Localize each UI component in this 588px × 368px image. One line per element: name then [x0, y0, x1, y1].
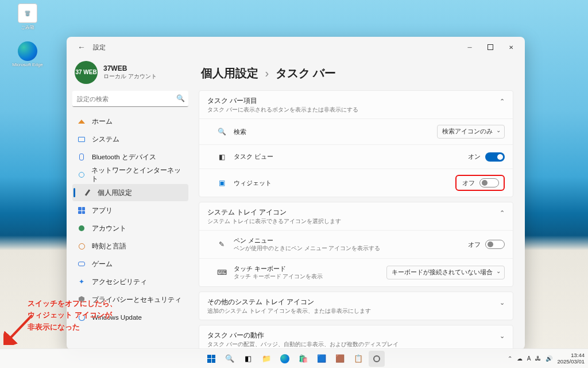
bluetooth-icon [77, 152, 86, 162]
sidebar-item-home[interactable]: ホーム [72, 113, 188, 130]
settings-window: ← 設定 ─ ✕ 37 WEB 37WEB ローカル アカウント 🔍 [67, 37, 525, 350]
sidebar-item-system[interactable]: システム [72, 131, 188, 148]
minimize-button[interactable]: ─ [459, 39, 480, 55]
search-input[interactable] [72, 91, 188, 107]
row-search: 🔍 検索 検索アイコンのみ [199, 118, 513, 144]
section-header[interactable]: タスク バー項目 タスク バーに表示されるボタンを表示または非表示にする ⌃ [199, 91, 513, 118]
taskbar-task-view-button[interactable]: ◧ [240, 351, 256, 367]
taskbar-app-button[interactable]: 🟫 [332, 351, 348, 367]
annotation-line: ウィジェット アイコンが [28, 309, 117, 321]
section-other-tray-icons: その他のシステム トレイ アイコン 追加のシステム トレイ アイコンを表示、また… [199, 292, 513, 320]
sidebar-item-label: アプリ [92, 206, 113, 215]
taskbar-explorer-button[interactable]: 📁 [258, 351, 274, 367]
taskbar-center: 🔍 ◧ 📁 🛍️ 🟦 🟫 📋 [203, 351, 385, 367]
accounts-icon [77, 224, 86, 233]
touch-keyboard-dropdown[interactable]: キーボードが接続されていない場合 [386, 266, 505, 279]
sidebar-item-apps[interactable]: アプリ [72, 202, 188, 219]
sidebar-item-label: ゲーム [92, 260, 113, 269]
network-icon [77, 170, 86, 179]
titlebar[interactable]: ← 設定 ─ ✕ [67, 37, 525, 57]
account-header[interactable]: 37 WEB 37WEB ローカル アカウント [72, 57, 188, 91]
annotation-highlight: オフ [455, 175, 505, 191]
tray-ime-icon[interactable]: A [527, 355, 531, 362]
section-header[interactable]: その他のシステム トレイ アイコン 追加のシステム トレイ アイコンを表示、また… [199, 292, 513, 320]
section-header[interactable]: タスク バーの動作 タスク バーの配置、バッジ、自動的に非表示、および複数のディ… [199, 325, 513, 350]
back-button[interactable]: ← [75, 40, 88, 54]
annotation-line: スイッチをオフにしたら、 [28, 298, 117, 310]
search-mode-dropdown[interactable]: 検索アイコンのみ [437, 125, 505, 139]
taskbar: 🔍 ◧ 📁 🛍️ 🟦 🟫 📋 ⌃ ☁ A 🖧 🔊 13:44 2025/03/0… [0, 348, 588, 368]
section-desc: タスク バーに表示されるボタンを表示または非表示にする [207, 106, 358, 114]
start-button[interactable] [203, 351, 219, 367]
sidebar-item-bluetooth[interactable]: Bluetooth とデバイス [72, 148, 188, 166]
personalization-icon [83, 188, 92, 197]
toggle-state-label: オフ [462, 179, 475, 187]
tray-date: 2025/03/01 [557, 359, 585, 365]
taskbar-store-button[interactable]: 🛍️ [295, 351, 311, 367]
taskbar-settings-button[interactable] [369, 351, 385, 367]
taskbar-search-button[interactable]: 🔍 [222, 351, 238, 367]
section-taskbar-behavior: タスク バーの動作 タスク バーの配置、バッジ、自動的に非表示、および複数のディ… [199, 325, 513, 350]
sidebar-item-network[interactable]: ネットワークとインターネット [72, 166, 188, 183]
taskbar-app-button[interactable]: 🟦 [314, 351, 330, 367]
row-pen-menu: ✎ ペン メニュー ペンが使用中のときにペン メニュー アイコンを表示する オフ [199, 230, 513, 258]
desktop-icon-edge[interactable]: Microsoft Edge [10, 41, 45, 67]
row-desc: タッチ キーボード アイコンを表示 [234, 273, 323, 281]
pen-icon: ✎ [216, 239, 227, 250]
sidebar-item-personalization[interactable]: 個人用設定 [72, 184, 188, 201]
sidebar-item-time-language[interactable]: 時刻と言語 [72, 237, 188, 255]
sidebar-item-label: アカウント [92, 224, 126, 233]
sidebar-item-accounts[interactable]: アカウント [72, 220, 188, 237]
close-button[interactable]: ✕ [501, 39, 521, 55]
chevron-up-icon: ⌃ [500, 208, 505, 217]
tray-clock[interactable]: 13:44 2025/03/01 [557, 352, 585, 365]
section-title: その他のシステム トレイ アイコン [207, 298, 371, 306]
desktop-icon-recycle-bin[interactable]: 🗑️ ごみ箱 [10, 3, 45, 30]
section-desc: 追加のシステム トレイ アイコンを表示、または非表示にします [207, 308, 371, 315]
tray-onedrive-icon[interactable]: ☁ [517, 355, 523, 362]
sidebar-item-label: アクセシビリティ [92, 278, 147, 286]
taskbar-app-button[interactable]: 📋 [350, 351, 366, 367]
widgets-icon: ▣ [216, 178, 227, 188]
system-tray: ⌃ ☁ A 🖧 🔊 13:44 2025/03/01 [508, 352, 585, 365]
sidebar-item-gaming[interactable]: ゲーム [72, 255, 188, 273]
annotation-line: 非表示になった [28, 321, 117, 334]
row-label: ウィジェット [234, 179, 272, 187]
section-header[interactable]: システム トレイ アイコン システム トレイに表示できるアイコンを選択します ⌃ [199, 202, 513, 230]
chevron-up-icon: ⌃ [500, 97, 505, 105]
maximize-button[interactable] [480, 39, 501, 55]
nav: ホーム システム Bluetooth とデバイス ネットワークとインターネット … [72, 113, 188, 326]
chevron-down-icon: ⌄ [500, 298, 505, 306]
toggle-state-label: オン [468, 152, 481, 161]
task-view-toggle[interactable] [485, 152, 505, 162]
row-label: 検索 [234, 128, 246, 136]
breadcrumb-parent[interactable]: 個人用設定 [201, 67, 258, 79]
tray-time: 13:44 [557, 352, 585, 359]
row-task-view: ◧ タスク ビュー オン [199, 144, 513, 168]
row-label: タスク ビュー [234, 152, 273, 161]
tray-network-icon[interactable]: 🖧 [535, 355, 541, 362]
account-sub: ローカル アカウント [103, 72, 157, 80]
taskbar-edge-button[interactable] [277, 351, 293, 367]
section-system-tray-icons: システム トレイ アイコン システム トレイに表示できるアイコンを選択します ⌃… [199, 202, 513, 287]
system-icon [77, 135, 86, 144]
row-label: ペン メニュー [234, 236, 380, 245]
row-label: タッチ キーボード [234, 264, 323, 273]
recycle-bin-icon: 🗑️ [18, 3, 37, 23]
edge-icon [18, 41, 37, 61]
pen-menu-toggle[interactable] [485, 240, 505, 249]
breadcrumb: 個人用設定 › タスク バー [201, 66, 513, 81]
gaming-icon [77, 259, 86, 269]
sidebar-item-label: ホーム [92, 117, 113, 126]
tray-overflow-icon[interactable]: ⌃ [508, 355, 512, 362]
annotation-text: スイッチをオフにしたら、 ウィジェット アイコンが 非表示になった [28, 298, 117, 334]
widgets-toggle[interactable] [479, 178, 499, 187]
apps-icon [77, 206, 86, 215]
search-box[interactable]: 🔍 [72, 91, 188, 107]
row-widgets: ▣ ウィジェット オフ [199, 168, 513, 197]
sidebar-item-accessibility[interactable]: ✦アクセシビリティ [72, 273, 188, 290]
section-desc: システム トレイに表示できるアイコンを選択します [207, 218, 341, 225]
keyboard-icon: ⌨ [216, 267, 227, 278]
tray-volume-icon[interactable]: 🔊 [546, 355, 552, 362]
section-desc: タスク バーの配置、バッジ、自動的に非表示、および複数のディスプレイ [207, 341, 399, 348]
